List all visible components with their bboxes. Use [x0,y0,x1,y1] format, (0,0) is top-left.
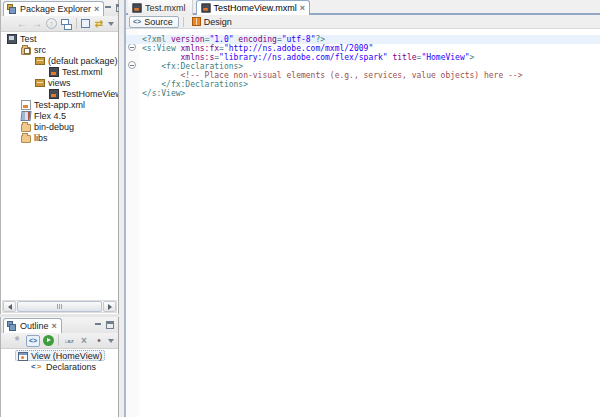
code-editor[interactable]: <?xml version="1.0" encoding="utf-8"?><s… [126,29,600,417]
tree-item[interactable]: <>Declarations [1,361,118,372]
separator [58,335,59,346]
editor-tab-label: TestHomeView.mxml [214,3,297,13]
expand-icon[interactable]: * [11,335,23,347]
outline-content: View (HomeView)<>Declarations [1,349,118,417]
package-explorer-tree: Testsrc(default package)Test.mxmlviewsTe… [1,32,118,143]
separator [76,18,77,29]
close-icon[interactable]: × [52,322,57,330]
forward-icon[interactable]: → [31,18,43,30]
view-component-icon [18,352,28,361]
package-explorer-title: Package Explorer [20,4,91,14]
minimize-icon[interactable] [104,4,112,12]
tree-item[interactable]: Test [1,33,118,44]
minimize-icon[interactable] [94,321,102,329]
collapse-all-icon[interactable] [60,18,72,30]
package-icon [35,57,45,65]
editor-tab-testhomeview-mxml[interactable]: TestHomeView.mxml× [196,0,311,15]
tree-item-label: View (HomeView) [31,351,102,361]
maximize-icon[interactable] [106,321,114,329]
flash-builder-window: Package Explorer × ←→↑⇄ Testsrc(default … [0,0,600,417]
tree-item[interactable]: src [1,44,118,55]
code-line[interactable]: <?xml version="1.0" encoding="utf-8"?> [126,35,600,44]
state-dot-icon[interactable]: • [93,335,105,347]
source-mode-icon: <> [133,18,141,25]
design-button[interactable]: Design [188,16,238,28]
folding-gutter[interactable] [126,29,139,417]
tree-item[interactable]: bin-debug [1,121,118,132]
exclude-icon[interactable]: × [78,335,90,347]
source-folder-icon [21,47,31,55]
close-icon[interactable]: × [300,4,305,12]
mode-button-label: Design [204,17,232,27]
source-button[interactable]: <>Source [129,16,179,28]
outline-toolbar: *<>↓az×• [1,333,118,349]
outline-icon [7,321,17,331]
code-line[interactable]: <!-- Place non-visual elements (e.g., se… [139,71,600,80]
editor-tab-test-mxml[interactable]: Test.mxml [128,0,193,15]
editor-tabbar: Test.mxmlTestHomeView.mxml× [126,0,600,15]
sdk-library-icon [20,111,31,121]
mxml-file-icon [201,4,210,13]
tree-item[interactable]: Test-app.xml [1,99,118,110]
folder-icon [21,135,31,143]
tab-outline[interactable]: Outline × [3,318,62,333]
fold-collapse-icon[interactable] [128,43,136,51]
package-explorer-toolbar: ←→↑⇄ [1,16,118,32]
mode-button-label: Source [144,17,173,27]
code-line[interactable]: xmlns:s="library://ns.adobe.com/flex/spa… [139,53,600,62]
tree-item[interactable]: views [1,77,118,88]
scrollbar-thumb[interactable] [17,301,102,312]
close-icon[interactable]: × [94,5,99,13]
tab-package-explorer[interactable]: Package Explorer × [3,1,104,16]
view-menu-icon[interactable] [108,339,114,343]
scroll-left-icon[interactable] [3,301,16,312]
mxml-file-icon [133,3,142,12]
tag-icon: <> [31,362,43,372]
left-column: Package Explorer × ←→↑⇄ Testsrc(default … [0,0,119,417]
horizontal-scrollbar[interactable] [2,300,117,313]
folder-icon [21,124,31,132]
tree-item[interactable]: libs [1,132,118,143]
code-line[interactable]: <fx:Declarations> [139,62,600,71]
scroll-right-icon[interactable] [103,301,116,312]
source-items-icon[interactable]: <> [26,335,40,347]
code-line[interactable]: </s:View> [139,89,600,98]
package-explorer-content: Testsrc(default package)Test.mxmlviewsTe… [1,32,118,314]
mxml-file-icon [49,67,59,77]
tree-item[interactable]: View (HomeView) [1,350,118,361]
package-explorer-panel: Package Explorer × ←→↑⇄ Testsrc(default … [0,0,119,314]
editor-tab-label: Test.mxml [145,3,186,13]
editor-area: Test.mxmlTestHomeView.mxml× <>SourceDesi… [124,0,600,417]
package-explorer-tabbar: Package Explorer × [1,0,118,16]
outline-tabbar: Outline × [1,317,118,333]
tree-item-label: src [34,45,46,55]
tree-item-label: Flex 4.5 [34,111,66,121]
link-with-editor-icon[interactable]: ⇄ [93,18,105,30]
tree-item-label: bin-debug [34,122,74,132]
focus-icon[interactable] [81,19,90,28]
code-line[interactable]: </fx:Declarations> [139,80,600,89]
panel-window-buttons [94,321,118,333]
code-text[interactable]: <?xml version="1.0" encoding="utf-8"?><s… [139,35,600,98]
tree-item[interactable]: Test.mxml [1,66,118,77]
code-line[interactable]: <s:View xmlns:fx="http://ns.adobe.com/mx… [139,44,600,53]
tree-item-label: TestHomeView.m [62,89,118,99]
package-explorer-icon [7,4,17,14]
mxml-file-icon [49,89,59,99]
fold-collapse-icon[interactable] [128,61,136,69]
back-icon[interactable]: ← [16,18,28,30]
tree-item-label: (default package) [48,56,118,66]
view-menu-icon[interactable] [108,22,114,26]
up-icon[interactable]: ↑ [46,18,57,29]
sort-icon[interactable]: ↓az [63,335,75,347]
tree-item-label: Declarations [46,362,96,372]
tree-item[interactable]: TestHomeView.m [1,88,118,99]
source-design-toolbar: <>SourceDesign [126,15,600,29]
xml-file-icon [21,100,31,110]
tree-item[interactable]: (default package) [1,55,118,66]
outline-title: Outline [20,321,49,331]
tree-item-label: views [48,78,71,88]
sync-icon[interactable] [43,335,54,346]
package-icon [35,79,45,87]
tree-item[interactable]: Flex 4.5 [1,110,118,121]
